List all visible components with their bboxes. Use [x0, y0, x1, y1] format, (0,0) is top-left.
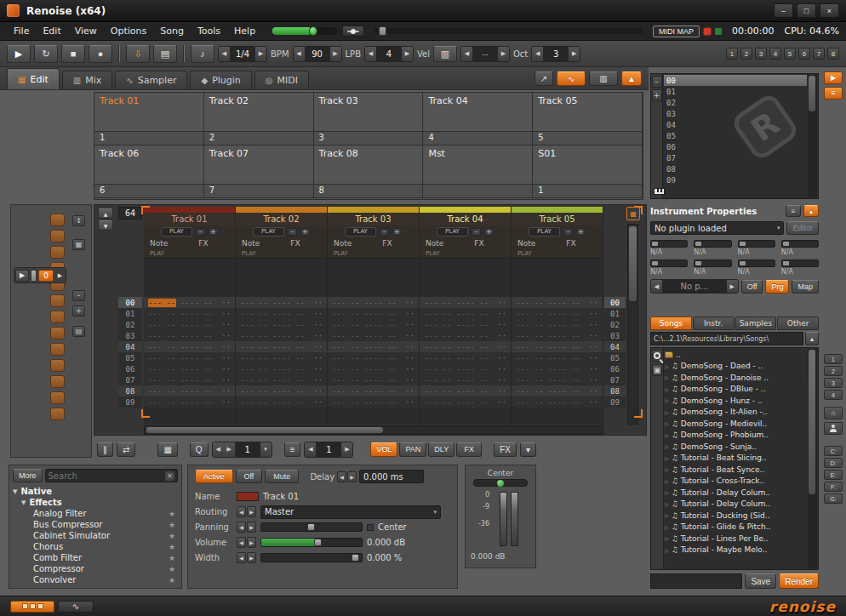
matrix-track-cell[interactable]: Track 06 — [94, 145, 204, 185]
scopes-frame-button[interactable]: ▶ — [824, 71, 843, 84]
pattern-cell[interactable]: --- -- ---- --·· — [512, 363, 603, 374]
routing-next[interactable]: ▶ — [247, 506, 256, 517]
macro-slider-handle[interactable] — [783, 261, 789, 265]
user-directory-button[interactable] — [824, 422, 843, 435]
effect-item[interactable]: Chorus★ — [13, 541, 178, 552]
clear-search-icon[interactable]: × — [165, 471, 174, 481]
instrument-slot[interactable]: 00 — [664, 75, 807, 86]
routing-dropdown[interactable]: Master▾ — [260, 505, 441, 519]
song-position-slider[interactable] — [374, 28, 643, 34]
macro-slider[interactable] — [650, 260, 688, 267]
bpm-stepper[interactable]: ◀ 90 ▶ — [293, 46, 342, 62]
bpm-decrease[interactable]: ◀ — [294, 47, 305, 61]
volume-handle[interactable] — [314, 539, 322, 546]
preset-slot-1[interactable]: 1 — [726, 48, 738, 60]
instrument-slot[interactable]: 09 — [664, 174, 807, 185]
filename-input[interactable] — [650, 573, 742, 589]
instrument-slot[interactable]: 03 — [664, 108, 807, 119]
menu-item-song[interactable]: Song — [153, 24, 191, 38]
file-item[interactable]: ▷♫DemoSong - Sunja.. — [665, 441, 807, 453]
macro-slider-handle[interactable] — [695, 261, 701, 265]
fx-columns-button[interactable]: FX — [494, 442, 517, 457]
pattern-cell[interactable]: --- -- ---- --·· — [236, 396, 327, 408]
pattern-cell[interactable]: --- -- ---- --·· — [328, 363, 419, 374]
pattern-cell[interactable]: --- -- ---- --·· — [512, 319, 603, 330]
pattern-cell[interactable]: --- -- ---- --·· — [236, 341, 327, 352]
file-item[interactable]: ▷♫DemoSong - Daed - .. — [665, 361, 807, 373]
track-name[interactable]: Track 05 — [512, 213, 603, 225]
matrix-sequence-number[interactable]: 4 — [423, 132, 533, 145]
plugin-selector[interactable]: No plugin loaded▾ — [650, 221, 784, 235]
sequence-sort-icon[interactable]: ↕ — [72, 215, 85, 226]
pattern-cell[interactable]: --- -- ---- --·· — [144, 363, 235, 374]
menu-item-tools[interactable]: Tools — [191, 24, 227, 38]
browser-preset-1[interactable]: 1 — [824, 354, 843, 364]
program-stepper[interactable]: ◀ No p... ▶ — [650, 279, 739, 294]
menu-item-view[interactable]: View — [68, 24, 104, 38]
sequence-play-button[interactable]: ▶ — [15, 270, 29, 282]
mute-button[interactable]: Mute — [265, 470, 299, 483]
macro-slider-handle[interactable] — [740, 242, 746, 246]
effect-item[interactable]: Bus Compressor★ — [13, 519, 178, 530]
midi-prg-button[interactable]: Prg — [765, 280, 789, 294]
menu-item-file[interactable]: File — [7, 24, 36, 38]
instrument-list-button[interactable]: ≡ — [824, 87, 843, 100]
file-item[interactable]: ▷♫Tutorial - Beat Synce.. — [665, 464, 807, 476]
lpb-stepper[interactable]: ◀ 4 ▶ — [364, 46, 414, 62]
pattern-cell[interactable]: --- -- ---- --·· — [328, 330, 419, 341]
menu-item-options[interactable]: Options — [104, 24, 153, 38]
pattern-down-button[interactable]: ▼ — [98, 220, 113, 231]
collapse-track-button[interactable]: – — [563, 228, 573, 236]
favorite-star-icon[interactable]: ★ — [169, 576, 175, 585]
effect-item[interactable]: Convolver★ — [13, 574, 178, 585]
edit-step-increase[interactable]: ▶ — [341, 442, 352, 457]
drive-f-button[interactable]: F: — [824, 482, 843, 492]
preset-slot-4[interactable]: 4 — [769, 48, 781, 60]
track-name-value[interactable]: Track 01 — [263, 492, 299, 501]
lower-frame-automation-button[interactable]: ∿ — [58, 601, 94, 613]
pattern-cell[interactable]: --- -- ---- --·· — [420, 385, 511, 396]
macro-slider[interactable] — [781, 240, 819, 248]
favorite-star-icon[interactable]: ★ — [169, 554, 175, 562]
pattern-slot[interactable] — [50, 327, 65, 339]
pattern-slot[interactable] — [50, 343, 65, 356]
level-meter-left[interactable] — [500, 492, 507, 546]
effect-item[interactable]: Cabinet Simulator★ — [13, 530, 178, 541]
quantize-stepper[interactable]: ◀ 1/4 ▶ — [218, 46, 267, 62]
toggle-vol-column[interactable]: VOL — [370, 442, 397, 457]
maximize-button[interactable]: □ — [797, 3, 816, 18]
expand-track-button[interactable]: + — [300, 228, 310, 236]
pattern-cell[interactable]: --- -- ---- --·· — [144, 352, 235, 363]
chord-mode-button[interactable]: ⇄ — [117, 442, 135, 457]
track-play-button[interactable]: PLAY — [161, 227, 192, 237]
pattern-cell[interactable]: --- -- ---- --·· — [512, 330, 603, 341]
quantize-amount-stepper[interactable]: ◀ ▶ 1 ▾ — [212, 442, 272, 458]
matrix-sequence-number[interactable] — [423, 185, 533, 198]
delay-value[interactable]: 0.000 ms — [359, 470, 424, 483]
horizontal-scroll-thumb[interactable] — [146, 427, 383, 433]
macro-slider[interactable] — [738, 240, 775, 248]
collapse-track-button[interactable]: – — [196, 228, 205, 236]
expand-track-button[interactable]: + — [576, 228, 586, 236]
preset-slot-2[interactable]: 2 — [740, 48, 752, 60]
pattern-slot[interactable] — [50, 246, 65, 259]
render-button[interactable]: Render — [779, 573, 819, 589]
matrix-sequence-number[interactable]: 1 — [533, 185, 643, 198]
tab-sampler[interactable]: ∿Sampler — [115, 71, 187, 89]
macro-slider[interactable] — [781, 260, 819, 267]
effect-item[interactable]: Comb Filter★ — [13, 552, 178, 563]
macro-slider-handle[interactable] — [695, 242, 701, 246]
track-name[interactable]: Track 03 — [328, 213, 419, 225]
record-button[interactable]: ● — [89, 45, 112, 63]
matrix-track-cell[interactable]: Track 03 — [314, 93, 424, 132]
panning-handle[interactable] — [307, 523, 315, 531]
level-meter-right[interactable] — [511, 492, 518, 546]
plugin-editor-button[interactable]: Editor — [786, 221, 819, 235]
pattern-cell[interactable]: --- -- ---- --·· — [512, 308, 603, 319]
master-volume-knob[interactable] — [309, 26, 317, 36]
preset-slot-6[interactable]: 6 — [798, 48, 810, 60]
pattern-cell[interactable]: --- -- ---- --·· — [236, 352, 327, 363]
collapse-track-button[interactable]: – — [380, 228, 389, 236]
pattern-cell[interactable]: --- -- ---- --·· — [328, 396, 419, 408]
matrix-track-cell[interactable]: Track 02 — [204, 93, 314, 132]
